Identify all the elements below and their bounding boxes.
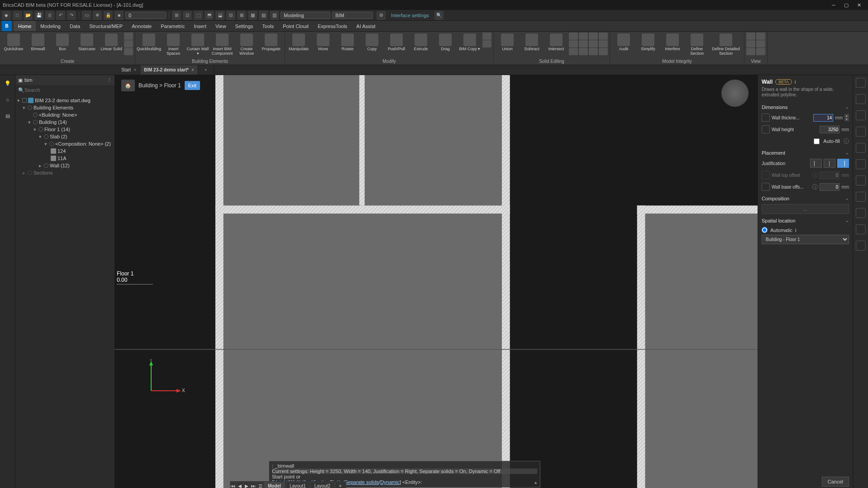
app-menu-button[interactable]: ◆ — [2, 11, 11, 20]
quickdraw-button[interactable]: Quickdraw — [2, 33, 25, 52]
view-sm1[interactable] — [746, 33, 755, 40]
layout-list-icon[interactable]: ☰ — [257, 482, 263, 488]
interfere-button[interactable]: Interfere — [661, 33, 684, 52]
tree-sections[interactable]: Sections — [33, 170, 52, 175]
tab-data[interactable]: Data — [65, 21, 85, 31]
definesection-button[interactable]: Define Section — [685, 33, 709, 57]
tool-f-icon[interactable]: ⊟ — [226, 11, 235, 20]
layer-dropdown[interactable]: 0 — [125, 12, 166, 19]
doctab-start[interactable]: Start× — [118, 65, 140, 75]
view-sm4[interactable] — [756, 33, 765, 40]
tree-leaf-124[interactable]: 124 — [57, 148, 66, 154]
tab-aiassist[interactable]: AI Assist — [352, 21, 380, 31]
viewport[interactable]: 🏠 Building > Floor 1 Exit Floor 1 0.00 Y… — [115, 75, 758, 488]
tool-d-icon[interactable]: ⬒ — [205, 11, 214, 20]
extrude-button[interactable]: Extrude — [409, 33, 433, 52]
tab-pointcloud[interactable]: Point Cloud — [278, 21, 313, 31]
tree-comp[interactable]: <Composition: None> (2) — [55, 141, 111, 147]
modify-sm2[interactable] — [482, 40, 491, 47]
home-icon[interactable]: 🏠 — [121, 80, 135, 91]
layout-first-icon[interactable]: ⏮ — [230, 482, 236, 488]
print-icon[interactable]: ⎙ — [45, 11, 54, 20]
structure-search-input[interactable] — [24, 87, 112, 93]
panel-toggle-1[interactable] — [856, 78, 866, 88]
tool-a-icon[interactable]: ⊞ — [172, 11, 181, 20]
workspace-dropdown[interactable]: Modeling — [281, 12, 330, 19]
panel-toggle-9[interactable] — [856, 208, 866, 218]
panel-toggle-10[interactable] — [856, 224, 866, 234]
tool-c-icon[interactable]: ⬚ — [194, 11, 203, 20]
modify-sm1[interactable] — [482, 33, 491, 40]
justify-right-button[interactable]: ▕ — [837, 159, 849, 168]
pushpull-button[interactable]: Push/Pull — [385, 33, 408, 52]
structure-menu-icon[interactable]: ⋮ — [107, 77, 112, 83]
doctab-current[interactable]: BIM 23-2 demo start*× — [140, 65, 198, 75]
redo-icon[interactable]: ↷ — [67, 11, 76, 20]
tree-leaf-11a[interactable]: 11A — [57, 156, 67, 161]
createwindow-button[interactable]: Create Window — [235, 33, 258, 57]
solid-sm3[interactable] — [569, 48, 578, 55]
solid-sm6[interactable] — [579, 48, 588, 55]
panel-toggle-7[interactable] — [856, 175, 866, 185]
tree-building-elements[interactable]: Building Elements — [33, 105, 73, 110]
justify-center-button[interactable]: │ — [824, 159, 835, 168]
panel-toggle-6[interactable] — [856, 159, 866, 169]
new-icon[interactable]: □ — [13, 11, 22, 20]
layout-tab-layout2[interactable]: Layout2 — [310, 482, 334, 488]
tab-settings[interactable]: Settings — [231, 21, 258, 31]
section-dimensions[interactable]: Dimensions⌄ — [762, 104, 849, 110]
undo-icon[interactable]: ↶ — [56, 11, 65, 20]
lookfrom-widget[interactable] — [721, 80, 749, 107]
bimcopy-button[interactable]: BIM Copy ▾ — [458, 33, 482, 52]
info-icon[interactable]: i — [795, 79, 796, 85]
linearsolid-button[interactable]: Linear Solid — [100, 33, 123, 52]
tree-root[interactable]: BIM 23-2 demo start.dwg — [35, 98, 91, 103]
tool-h-icon[interactable]: ▦ — [248, 11, 257, 20]
quickbuilding-button[interactable]: Quickbuilding — [137, 33, 161, 52]
layout-tab-add[interactable]: + — [335, 482, 346, 488]
solid-sm5[interactable] — [579, 40, 588, 47]
intersect-button[interactable]: Intersect — [544, 33, 568, 52]
solid-sm2[interactable] — [569, 40, 578, 47]
wall-base-offset-input[interactable] — [820, 183, 839, 191]
solid-sm8[interactable] — [589, 40, 598, 47]
automatic-radio[interactable] — [762, 227, 768, 233]
layout-tab-model[interactable]: Model — [264, 482, 285, 488]
settings-gear-icon[interactable]: ⚙ — [377, 11, 386, 20]
doctab-add[interactable]: + — [198, 65, 214, 75]
tool-e-icon[interactable]: ⬓ — [215, 11, 224, 20]
step-down[interactable]: ▾ — [844, 118, 849, 121]
wall-height-input[interactable] — [820, 126, 839, 133]
create-sm1[interactable] — [124, 33, 133, 40]
panel-toggle-3[interactable] — [856, 110, 866, 120]
create-sm3[interactable] — [124, 48, 133, 55]
solid-sm4[interactable] — [579, 33, 588, 40]
tab-structural-mep[interactable]: Structural/MEP — [85, 21, 127, 31]
section-placement[interactable]: Placement⌄ — [762, 150, 849, 156]
union-button[interactable]: Union — [496, 33, 519, 52]
layer-state-icon[interactable]: ▭ — [82, 11, 91, 20]
drag-button[interactable]: Drag — [434, 33, 457, 52]
box-button[interactable]: Box — [51, 33, 74, 52]
insertbimcomponent-button[interactable]: Insert BIM Component — [210, 33, 234, 57]
solid-sm10[interactable] — [599, 33, 608, 40]
close-icon[interactable]: × — [191, 67, 194, 72]
tab-insert[interactable]: Insert — [189, 21, 211, 31]
tree-wall12[interactable]: Wall (12) — [50, 163, 70, 168]
close-button[interactable]: ✕ — [853, 0, 865, 10]
layer-freeze-icon[interactable]: ❄ — [93, 11, 102, 20]
panel-toggle-8[interactable] — [856, 192, 866, 202]
tab-expresstools[interactable]: ExpressTools — [313, 21, 352, 31]
panel-toggle-5[interactable] — [856, 143, 866, 153]
solid-sm11[interactable] — [599, 40, 608, 47]
staircase-button[interactable]: Staircase — [75, 33, 99, 52]
view-sm3[interactable] — [746, 48, 755, 55]
panel-toggle-2[interactable] — [856, 94, 866, 104]
spatial-location-select[interactable]: Building - Floor 1 — [762, 235, 849, 244]
home-icon[interactable]: ⌂ — [2, 94, 13, 105]
tree-building-14[interactable]: Building (14) — [39, 119, 67, 125]
definedetailedsection-button[interactable]: Define Detailed Section — [710, 33, 742, 57]
section-spatial[interactable]: Spatial location⌄ — [762, 218, 849, 223]
info-icon[interactable]: i — [795, 227, 796, 233]
tab-annotate[interactable]: Annotate — [127, 21, 156, 31]
